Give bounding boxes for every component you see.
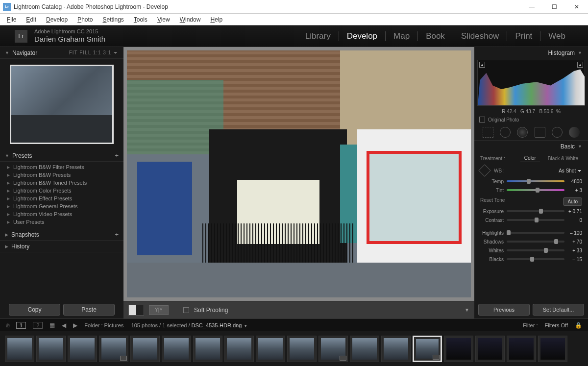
chevron-down-icon[interactable]: ▾ <box>243 323 247 328</box>
whites-slider[interactable] <box>507 249 564 251</box>
treatment-bw[interactable]: Black & White <box>544 155 582 162</box>
module-slideshow[interactable]: Slideshow <box>453 31 507 41</box>
crop-tool-icon[interactable] <box>483 127 493 138</box>
current-filename[interactable]: DSC_4535-HDR.dng <box>192 322 242 328</box>
original-photo-checkbox[interactable] <box>479 117 485 122</box>
highlights-slider[interactable] <box>507 232 564 234</box>
copy-button[interactable]: Copy <box>9 304 60 316</box>
filmstrip-thumb[interactable] <box>36 336 66 362</box>
filmstrip-thumb[interactable] <box>444 336 473 362</box>
preview-area[interactable] <box>123 47 474 301</box>
whites-value[interactable]: + 33 <box>564 248 582 253</box>
tint-value[interactable]: + 3 <box>564 188 582 193</box>
second-window-toggle[interactable]: 2 <box>33 322 43 329</box>
second-monitor-icon[interactable]: ⎚ <box>6 322 9 329</box>
photo-preview[interactable] <box>127 50 471 297</box>
history-header[interactable]: ▶ History <box>0 241 123 252</box>
filmstrip-thumb[interactable] <box>287 336 317 362</box>
filmstrip-thumb[interactable] <box>350 336 379 362</box>
close-button[interactable]: ✕ <box>565 0 588 14</box>
snapshots-header[interactable]: ▶ Snapshots + <box>0 229 123 241</box>
highlight-clip-icon[interactable]: ▲ <box>577 62 583 68</box>
filmstrip-thumb[interactable] <box>193 336 222 362</box>
folder-path[interactable]: Folder : Pictures <box>84 322 123 328</box>
radial-filter-tool-icon[interactable] <box>552 127 563 138</box>
wb-dropdown[interactable]: As Shot ⏷ <box>559 168 582 173</box>
filmstrip-thumb[interactable] <box>99 336 128 362</box>
menu-window[interactable]: Window <box>175 16 206 23</box>
filmstrip-thumb[interactable] <box>68 336 97 362</box>
filmstrip-thumb[interactable] <box>538 336 567 362</box>
before-after-button[interactable]: Y|Y <box>149 305 169 315</box>
auto-tone-button[interactable]: Auto <box>563 197 582 206</box>
filmstrip-thumb[interactable] <box>507 336 536 362</box>
paste-button[interactable]: Paste <box>63 304 115 316</box>
preset-folder[interactable]: ▶Lightroom Video Presets <box>0 210 123 218</box>
basic-header[interactable]: Basic ▼ <box>474 141 588 152</box>
module-book[interactable]: Book <box>417 31 453 41</box>
preset-folder[interactable]: ▶User Presets <box>0 218 123 226</box>
nav-back-icon[interactable]: ◀ <box>62 322 66 329</box>
contrast-value[interactable]: 0 <box>564 218 582 223</box>
preset-folder[interactable]: ▶Lightroom B&W Filter Presets <box>0 163 123 171</box>
grid-icon[interactable]: ▦ <box>49 322 55 329</box>
exposure-slider[interactable] <box>507 210 564 212</box>
set-default-button[interactable]: Set Default... <box>533 304 584 316</box>
tint-slider[interactable] <box>507 189 564 191</box>
redeye-tool-icon[interactable] <box>517 127 528 138</box>
temp-value[interactable]: 4800 <box>564 179 582 184</box>
filmstrip-thumb[interactable] <box>130 336 160 362</box>
treatment-color[interactable]: Color <box>520 154 540 162</box>
menu-file[interactable]: File <box>2 16 21 23</box>
menu-tools[interactable]: Tools <box>129 16 152 23</box>
menu-settings[interactable]: Settings <box>98 16 128 23</box>
adjustment-brush-tool-icon[interactable] <box>569 127 580 138</box>
shadow-clip-icon[interactable]: ▲ <box>479 62 485 68</box>
histogram[interactable]: ▲ ▲ <box>477 60 585 106</box>
toolbar-dropdown-icon[interactable]: ▼ <box>465 307 469 313</box>
filmstrip-thumb[interactable] <box>475 336 505 362</box>
exposure-value[interactable]: + 0.71 <box>564 209 582 214</box>
module-map[interactable]: Map <box>385 31 417 41</box>
filmstrip-thumb[interactable] <box>381 336 411 362</box>
white-balance-eyedropper-icon[interactable] <box>478 164 490 176</box>
graduated-filter-tool-icon[interactable] <box>535 127 545 138</box>
menu-develop[interactable]: Develop <box>41 16 73 23</box>
previous-button[interactable]: Previous <box>478 304 530 316</box>
nav-forward-icon[interactable]: ▶ <box>73 322 77 329</box>
histogram-header[interactable]: Histogram ▼ <box>474 47 588 59</box>
filmstrip-thumb[interactable] <box>5 336 34 362</box>
filmstrip-thumb[interactable] <box>224 336 254 362</box>
presets-header[interactable]: ▼ Presets + <box>0 150 123 162</box>
spot-removal-tool-icon[interactable] <box>500 127 511 138</box>
filmstrip-thumb[interactable] <box>318 336 348 362</box>
shadows-slider[interactable] <box>507 241 564 243</box>
menu-view[interactable]: View <box>152 16 175 23</box>
filmstrip-thumb[interactable] <box>162 336 191 362</box>
navigator-header[interactable]: ▼ Navigator FIT FILL 1:1 3:1 ⏷ <box>0 47 123 59</box>
preset-folder[interactable]: ▶Lightroom Color Presets <box>0 187 123 195</box>
module-print[interactable]: Print <box>507 31 540 41</box>
preset-folder[interactable]: ▶Lightroom Effect Presets <box>0 195 123 202</box>
module-library[interactable]: Library <box>297 31 339 41</box>
filmstrip[interactable] <box>0 331 588 366</box>
navigator-zoom-opts[interactable]: FIT FILL 1:1 3:1 ⏷ <box>69 50 119 55</box>
menu-photo[interactable]: Photo <box>73 16 98 23</box>
blacks-value[interactable]: – 15 <box>564 257 582 262</box>
temp-slider[interactable] <box>507 180 564 182</box>
add-preset-icon[interactable]: + <box>115 152 119 159</box>
filter-dropdown[interactable]: Filters Off <box>545 322 568 328</box>
maximize-button[interactable]: ☐ <box>543 0 565 14</box>
preset-folder[interactable]: ▶Lightroom B&W Presets <box>0 171 123 179</box>
menu-edit[interactable]: Edit <box>21 16 41 23</box>
module-web[interactable]: Web <box>540 31 573 41</box>
filter-lock-icon[interactable]: 🔒 <box>575 322 582 329</box>
main-window-toggle[interactable]: 1 <box>16 322 26 329</box>
blacks-slider[interactable] <box>507 258 564 260</box>
contrast-slider[interactable] <box>507 219 564 221</box>
shadows-value[interactable]: + 70 <box>564 239 582 244</box>
reset-tone-button[interactable]: Reset Tone <box>480 197 505 206</box>
highlights-value[interactable]: – 100 <box>564 230 582 236</box>
menu-help[interactable]: Help <box>205 16 227 23</box>
view-mode-toggle[interactable] <box>128 305 144 316</box>
